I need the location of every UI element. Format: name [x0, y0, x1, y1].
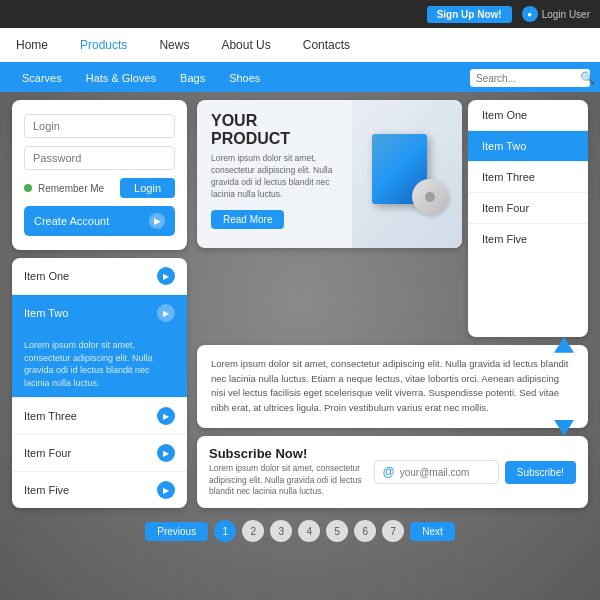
remember-label: Remember Me — [38, 183, 114, 194]
read-more-button[interactable]: Read More — [211, 210, 284, 229]
side-item-5[interactable]: Item Five — [468, 224, 588, 254]
page-4[interactable]: 4 — [298, 520, 320, 542]
create-account-label: Create Account — [34, 215, 109, 227]
product-title: YOUR PRODUCT — [211, 112, 338, 147]
acc-play-4: ▶ — [157, 444, 175, 462]
product-description: Lorem ipsum dolor sit amet, consectetur … — [211, 153, 338, 201]
login-button[interactable]: Login — [120, 178, 175, 198]
remember-row: Remember Me Login — [24, 178, 175, 198]
right-top-row: YOUR PRODUCT Lorem ipsum dolor sit amet,… — [197, 100, 588, 337]
acc-play-5: ▶ — [157, 481, 175, 499]
search-input[interactable] — [476, 73, 576, 84]
page-2[interactable]: 2 — [242, 520, 264, 542]
scroll-up-arrow[interactable] — [554, 337, 574, 353]
acc-item-3: Item Three ▶ — [12, 398, 187, 435]
acc-label-1: Item One — [24, 270, 69, 282]
next-button[interactable]: Next — [410, 522, 455, 541]
sub-nav: Scarves Hats & Gloves Bags Shoes 🔍 — [0, 64, 600, 92]
nav-item-news[interactable]: News — [143, 28, 205, 64]
product-text: YOUR PRODUCT Lorem ipsum dolor sit amet,… — [197, 100, 352, 248]
search-area: 🔍 — [470, 69, 590, 87]
acc-body-2: Lorem ipsum dolor sit amet, consectetur … — [12, 331, 187, 397]
acc-play-3: ▶ — [157, 407, 175, 425]
page-1[interactable]: 1 — [214, 520, 236, 542]
login-input[interactable] — [24, 114, 175, 138]
subscribe-title: Subscribe Now! — [209, 446, 364, 461]
subscribe-description: Lorem ipsum dolor sit amet, consectetur … — [209, 463, 364, 499]
page-5[interactable]: 5 — [326, 520, 348, 542]
left-column: Remember Me Login Create Account ▶ Item … — [12, 100, 187, 508]
login-user-area: ● Login User — [522, 6, 590, 22]
acc-header-5[interactable]: Item Five ▶ — [12, 472, 187, 508]
side-item-2[interactable]: Item Two — [468, 131, 588, 162]
subscribe-panel: Subscribe Now! Lorem ipsum dolor sit ame… — [197, 436, 588, 509]
page-3[interactable]: 3 — [270, 520, 292, 542]
acc-label-4: Item Four — [24, 447, 71, 459]
user-icon: ● — [522, 6, 538, 22]
login-panel: Remember Me Login Create Account ▶ — [12, 100, 187, 250]
acc-header-3[interactable]: Item Three ▶ — [12, 398, 187, 434]
acc-item-1: Item One ▶ — [12, 258, 187, 295]
text-content: Lorem ipsum dolor sit amet, consectetur … — [211, 357, 574, 416]
nav-item-home[interactable]: Home — [0, 28, 64, 64]
right-column: YOUR PRODUCT Lorem ipsum dolor sit amet,… — [197, 100, 588, 508]
product-disc — [412, 179, 447, 214]
page-6[interactable]: 6 — [354, 520, 376, 542]
top-bar: Sign Up Now! ● Login User — [0, 0, 600, 28]
signup-button[interactable]: Sign Up Now! — [427, 6, 512, 23]
password-input[interactable] — [24, 146, 175, 170]
arrow-right-icon: ▶ — [149, 213, 165, 229]
scroll-down-arrow[interactable] — [554, 420, 574, 436]
acc-header-2[interactable]: Item Two ▶ — [12, 295, 187, 331]
nav-item-about[interactable]: About Us — [205, 28, 286, 64]
create-account-button[interactable]: Create Account ▶ — [24, 206, 175, 236]
search-icon: 🔍 — [580, 71, 595, 85]
side-item-4[interactable]: Item Four — [468, 193, 588, 224]
email-icon: @ — [383, 465, 395, 479]
subscribe-text: Subscribe Now! Lorem ipsum dolor sit ame… — [209, 446, 364, 499]
content-area: Remember Me Login Create Account ▶ Item … — [0, 92, 600, 516]
product-3d-image — [367, 129, 447, 219]
page-7[interactable]: 7 — [382, 520, 404, 542]
product-banner: YOUR PRODUCT Lorem ipsum dolor sit amet,… — [197, 100, 462, 248]
acc-header-1[interactable]: Item One ▶ — [12, 258, 187, 294]
text-content-panel: Lorem ipsum dolor sit amet, consectetur … — [197, 345, 588, 428]
acc-play-2: ▶ — [157, 304, 175, 322]
acc-play-1: ▶ — [157, 267, 175, 285]
nav-bar: Home Products News About Us Contacts — [0, 28, 600, 64]
nav-item-products[interactable]: Products — [64, 28, 143, 64]
acc-item-2: Item Two ▶ Lorem ipsum dolor sit amet, c… — [12, 295, 187, 398]
email-input[interactable] — [400, 467, 490, 478]
login-user-label: Login User — [542, 9, 590, 20]
pagination-row: Previous 1 2 3 4 5 6 7 Next — [0, 520, 600, 542]
acc-item-5: Item Five ▶ — [12, 472, 187, 508]
subscribe-input-area: @ Subscribe! — [374, 460, 576, 484]
subnav-hats[interactable]: Hats & Gloves — [74, 72, 168, 84]
subnav-bags[interactable]: Bags — [168, 72, 217, 84]
email-input-wrap: @ — [374, 460, 499, 484]
accordion-panel: Item One ▶ Item Two ▶ Lorem ipsum dolor … — [12, 258, 187, 508]
item-list-side-panel: Item One Item Two Item Three Item Four I… — [468, 100, 588, 337]
acc-label-5: Item Five — [24, 484, 69, 496]
acc-header-4[interactable]: Item Four ▶ — [12, 435, 187, 471]
acc-label-2: Item Two — [24, 307, 68, 319]
remember-indicator — [24, 184, 32, 192]
acc-label-3: Item Three — [24, 410, 77, 422]
nav-item-contacts[interactable]: Contacts — [287, 28, 366, 64]
side-item-3[interactable]: Item Three — [468, 162, 588, 193]
product-image — [352, 100, 462, 248]
subnav-shoes[interactable]: Shoes — [217, 72, 272, 84]
prev-button[interactable]: Previous — [145, 522, 208, 541]
acc-item-4: Item Four ▶ — [12, 435, 187, 472]
subnav-scarves[interactable]: Scarves — [10, 72, 74, 84]
side-item-1[interactable]: Item One — [468, 100, 588, 131]
subscribe-button[interactable]: Subscribe! — [505, 461, 576, 484]
